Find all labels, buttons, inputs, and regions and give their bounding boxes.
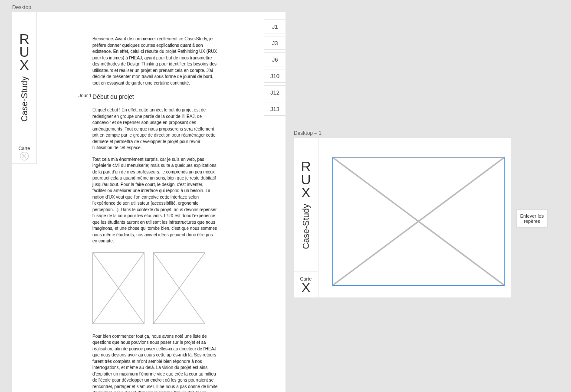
intro-paragraph: Bienvenue. Avant de commencer réellement… bbox=[92, 36, 218, 86]
sidebar: R U X Case-Study Carte X bbox=[294, 138, 318, 297]
logo-letter: X bbox=[19, 59, 29, 72]
artboard-desktop-1[interactable]: R U X Case-Study Carte X bbox=[294, 138, 511, 297]
logo-letter: R bbox=[301, 160, 311, 173]
body-paragraph: Et quel début ! En effet, cette année, l… bbox=[92, 107, 218, 151]
logo-rux: R U X bbox=[301, 160, 311, 199]
close-icon bbox=[20, 152, 29, 160]
article-content: Bienvenue. Avant de commencer réellement… bbox=[92, 36, 218, 392]
logo-letter: U bbox=[301, 173, 311, 186]
image-placeholder[interactable] bbox=[153, 252, 205, 324]
logo-letter: U bbox=[19, 46, 29, 59]
logo-box: R U X Case-Study bbox=[294, 138, 318, 271]
image-placeholder-selected[interactable] bbox=[333, 157, 504, 285]
day-label: Jour 1 bbox=[79, 92, 92, 99]
carte-button[interactable]: Carte X bbox=[294, 271, 318, 297]
artboard-desktop[interactable]: R U X Case-Study Carte Bienvenue. Avant … bbox=[12, 12, 286, 392]
annotation-note[interactable]: Enlever les repères bbox=[516, 209, 548, 228]
day-nav: J1 J3 J6 J10 J12 J13 bbox=[264, 20, 286, 118]
sidebar: R U X Case-Study Carte bbox=[12, 12, 37, 164]
logo-letter: R bbox=[19, 33, 29, 46]
logo-rux: R U X bbox=[19, 33, 29, 72]
day-nav-item[interactable]: J1 bbox=[264, 20, 286, 33]
logo-subtitle: Case-Study bbox=[20, 76, 30, 122]
day-nav-item[interactable]: J6 bbox=[264, 52, 286, 66]
body-paragraph: Tout cela m'a énormément surpris, car je… bbox=[92, 157, 218, 245]
logo-letter: X bbox=[301, 186, 311, 199]
day-nav-item[interactable]: J3 bbox=[264, 36, 286, 50]
day-nav-item[interactable]: J10 bbox=[264, 69, 286, 83]
image-row bbox=[92, 252, 218, 324]
section-heading: Début du projet bbox=[92, 92, 218, 101]
day-nav-item[interactable]: J12 bbox=[264, 85, 286, 99]
day-nav-item[interactable]: J13 bbox=[264, 102, 286, 116]
frame-label-desktop: Desktop bbox=[12, 4, 31, 10]
close-icon: X bbox=[302, 281, 310, 293]
carte-label: Carte bbox=[19, 146, 30, 151]
carte-button[interactable]: Carte bbox=[12, 142, 36, 164]
body-paragraph: Pour bien commencer tout ça, nous avons … bbox=[92, 333, 218, 392]
logo-subtitle: Case-Study bbox=[301, 204, 311, 249]
logo-box: R U X Case-Study bbox=[12, 12, 36, 142]
frame-label-desktop-1: Desktop – 1 bbox=[294, 130, 322, 136]
image-placeholder[interactable] bbox=[92, 252, 144, 324]
